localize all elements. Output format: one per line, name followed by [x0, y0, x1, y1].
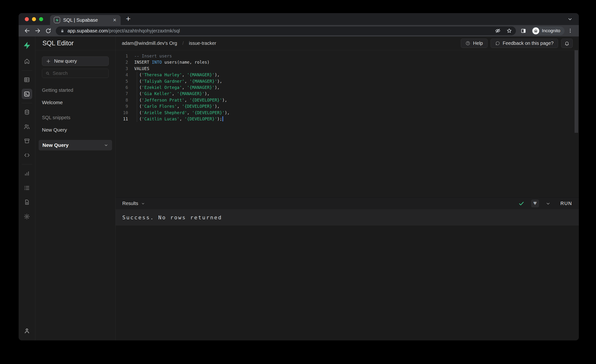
archive-box-icon: [24, 138, 30, 144]
code-line[interactable]: 7 ('Gia Keller', '{MANAGER}'),: [116, 91, 579, 97]
line-number: 9: [116, 103, 128, 109]
line-number: 5: [116, 78, 128, 84]
header-actions: Help Feedback on this page?: [461, 39, 573, 48]
zoom-window-button[interactable]: [39, 17, 43, 21]
incognito-badge[interactable]: Incognito: [531, 26, 565, 35]
rail-api-button[interactable]: [22, 150, 32, 160]
rail-database-button[interactable]: [22, 107, 32, 118]
bell-icon: [564, 41, 570, 46]
favorite-heart-icon[interactable]: ♥: [531, 200, 539, 207]
editor-scrollbar-thumb[interactable]: [574, 50, 578, 133]
side-panel-icon[interactable]: [519, 26, 528, 36]
breadcrumb-org[interactable]: adam@windmill.dev's Org: [122, 41, 177, 46]
code-line[interactable]: 5 ('Taliyah Gardner', '{MANAGER}'),: [116, 78, 579, 84]
rail-sql-editor-button[interactable]: [22, 89, 32, 99]
minimize-window-button[interactable]: [32, 17, 36, 21]
rail-account-button[interactable]: [22, 326, 32, 336]
tab-close-icon[interactable]: ×: [112, 17, 117, 23]
code-token: INTO: [152, 60, 162, 65]
rail-home-button[interactable]: [22, 56, 32, 67]
eye-off-icon[interactable]: [493, 26, 502, 35]
reload-button[interactable]: [43, 26, 53, 36]
code-token: ,: [177, 104, 182, 109]
query-result-message: Success. No rows returned: [116, 209, 579, 225]
nav-rail: [19, 37, 35, 340]
help-button[interactable]: Help: [461, 39, 487, 48]
help-circle-icon: [465, 41, 470, 46]
results-bar-actions: ♥ RUN: [518, 200, 572, 207]
search-box[interactable]: [42, 69, 109, 78]
forward-button[interactable]: [33, 26, 42, 36]
list-icon: [24, 185, 30, 191]
rail-settings-button[interactable]: [22, 211, 32, 222]
code-token: (: [134, 117, 142, 121]
code-token: '{DEVELOPER}': [192, 110, 224, 115]
indent-guide: [137, 116, 137, 122]
url-text[interactable]: app.supabase.com/project/azahtnhqohyjerz…: [67, 28, 491, 34]
code-line-content: ('Theresa Hurley', '{MANAGER}'),: [134, 72, 220, 78]
chevron-down-icon[interactable]: [104, 143, 108, 147]
breadcrumb-project[interactable]: issue-tracker: [189, 41, 216, 46]
supabase-app: SQL Editor New query: [19, 37, 579, 340]
supabase-logo[interactable]: [23, 41, 31, 50]
code-line[interactable]: 10 ('Arielle Shepherd', '{DEVELOPER}'),: [116, 110, 579, 116]
new-query-button[interactable]: New query: [42, 57, 109, 66]
search-input[interactable]: [53, 71, 105, 76]
browser-menu-icon[interactable]: [566, 26, 575, 36]
feedback-button[interactable]: Feedback on this page?: [491, 39, 558, 48]
breadcrumb: adam@windmill.dev's Org / issue-tracker: [122, 41, 216, 46]
close-window-button[interactable]: [25, 17, 29, 21]
code-line[interactable]: 3VALUES: [116, 66, 579, 72]
breadcrumb-separator: /: [182, 41, 184, 46]
code-token: ,: [182, 73, 187, 77]
rail-logs-button[interactable]: [22, 183, 32, 193]
back-button[interactable]: [22, 26, 32, 36]
code-line[interactable]: 9 ('Carlo Flores', '{DEVELOPER}'),: [116, 103, 579, 109]
rail-docs-button[interactable]: [22, 197, 32, 207]
rail-auth-button[interactable]: [22, 121, 32, 132]
code-line[interactable]: 1-- Insert users: [116, 53, 579, 59]
rail-divider: [22, 103, 32, 103]
main-header: adam@windmill.dev's Org / issue-tracker …: [116, 37, 579, 50]
code-brackets-icon: [24, 152, 30, 158]
plus-icon: [46, 59, 51, 64]
code-line[interactable]: 6 ('Ezekiel Ortega', '{MANAGER}'),: [116, 84, 579, 91]
rail-reports-button[interactable]: [22, 168, 32, 179]
url-bar[interactable]: app.supabase.com/project/azahtnhqohyjerz…: [56, 26, 516, 35]
chat-bubble-icon: [495, 41, 500, 46]
bookmark-star-icon[interactable]: [505, 26, 514, 35]
users-icon: [24, 124, 30, 130]
chevron-down-icon[interactable]: [546, 201, 551, 206]
editor-scrollbar-track[interactable]: [574, 50, 578, 197]
notifications-button[interactable]: [561, 39, 573, 48]
results-dropdown[interactable]: Results: [122, 201, 145, 206]
line-number: 1: [116, 53, 128, 59]
code-line[interactable]: 4 ('Theresa Hurley', '{MANAGER}'),: [116, 72, 579, 78]
incognito-icon: [532, 27, 539, 34]
code-line[interactable]: 2INSERT INTO users(name, roles): [116, 59, 579, 65]
sidebar-item-new-query[interactable]: New Query: [42, 127, 109, 133]
run-button[interactable]: RUN: [560, 201, 572, 206]
code-token: ,: [172, 91, 177, 96]
code-line-content: ('Ezekiel Ortega', '{MANAGER}'),: [134, 84, 220, 91]
window-traffic-lights: [25, 17, 43, 21]
rail-storage-button[interactable]: [22, 136, 32, 146]
incognito-label: Incognito: [542, 28, 560, 33]
tab-search-chevron-icon[interactable]: [567, 16, 573, 22]
new-tab-button[interactable]: +: [126, 15, 131, 24]
browser-tab-active[interactable]: SQL | Supabase ×: [50, 15, 121, 25]
sidebar-body: New query Getting started Welcome SQL sn…: [35, 50, 115, 157]
results-bar: Results ♥ RUN: [116, 197, 579, 209]
rail-table-editor-button[interactable]: [22, 74, 32, 85]
sql-code-editor[interactable]: 1-- Insert users2INSERT INTO users(name,…: [116, 50, 579, 197]
code-token: ),: [215, 73, 220, 77]
code-line-content: ('Arielle Shepherd', '{DEVELOPER}'),: [134, 110, 230, 116]
code-token: -- Insert users: [134, 54, 172, 58]
home-icon: [24, 58, 30, 64]
code-line[interactable]: 11 ('Caitlin Lucas', '{DEVELOPER}');: [116, 116, 579, 122]
code-token: ),: [224, 110, 230, 115]
sidebar-item-new-query-active[interactable]: New Query: [39, 140, 112, 150]
sidebar-item-welcome[interactable]: Welcome: [42, 100, 109, 105]
indent-guide: [137, 110, 137, 116]
code-line[interactable]: 8 ('Jefferson Pratt', '{DEVELOPER}'),: [116, 97, 579, 103]
